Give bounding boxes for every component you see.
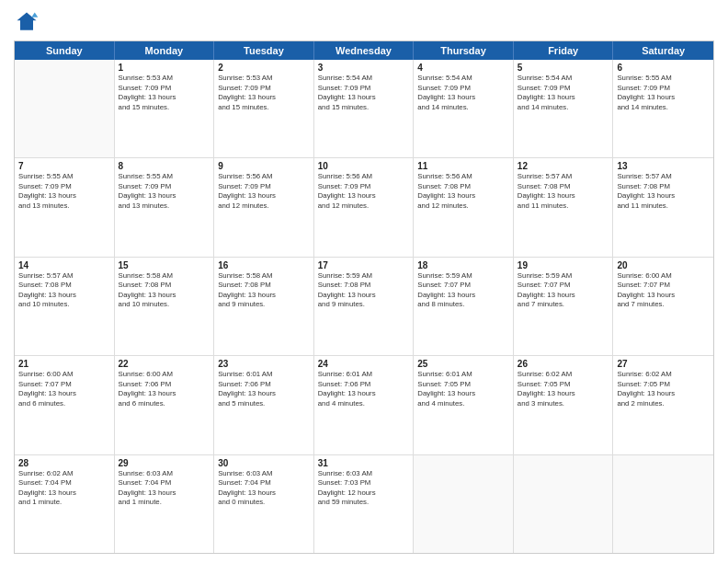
header-day-friday: Friday bbox=[514, 41, 614, 60]
day-info: Sunrise: 6:02 AM Sunset: 7:05 PM Dayligh… bbox=[518, 370, 609, 408]
day-cell-2: 2Sunrise: 5:53 AM Sunset: 7:09 PM Daylig… bbox=[214, 60, 314, 157]
day-info: Sunrise: 6:00 AM Sunset: 7:07 PM Dayligh… bbox=[18, 370, 110, 408]
day-number: 26 bbox=[518, 359, 609, 369]
day-info: Sunrise: 6:03 AM Sunset: 7:04 PM Dayligh… bbox=[218, 469, 310, 508]
day-number: 16 bbox=[218, 260, 310, 270]
day-cell-22: 22Sunrise: 6:00 AM Sunset: 7:06 PM Dayli… bbox=[115, 356, 215, 454]
day-info: Sunrise: 5:58 AM Sunset: 7:08 PM Dayligh… bbox=[218, 271, 310, 310]
day-info: Sunrise: 5:56 AM Sunset: 7:09 PM Dayligh… bbox=[318, 172, 410, 211]
day-info: Sunrise: 6:00 AM Sunset: 7:07 PM Dayligh… bbox=[617, 271, 710, 310]
day-info: Sunrise: 6:03 AM Sunset: 7:04 PM Dayligh… bbox=[119, 469, 210, 508]
day-info: Sunrise: 5:54 AM Sunset: 7:09 PM Dayligh… bbox=[318, 74, 410, 112]
day-info: Sunrise: 5:56 AM Sunset: 7:08 PM Dayligh… bbox=[417, 172, 509, 211]
calendar-header: SundayMondayTuesdayWednesdayThursdayFrid… bbox=[15, 41, 713, 60]
day-info: Sunrise: 5:59 AM Sunset: 7:07 PM Dayligh… bbox=[518, 271, 609, 310]
day-cell-21: 21Sunrise: 6:00 AM Sunset: 7:07 PM Dayli… bbox=[15, 356, 115, 454]
day-info: Sunrise: 5:59 AM Sunset: 7:08 PM Dayligh… bbox=[318, 271, 410, 310]
day-number: 3 bbox=[318, 63, 410, 73]
day-number: 27 bbox=[617, 359, 710, 369]
day-number: 17 bbox=[318, 260, 410, 270]
header-day-thursday: Thursday bbox=[414, 41, 514, 60]
day-info: Sunrise: 5:55 AM Sunset: 7:09 PM Dayligh… bbox=[119, 172, 210, 211]
empty-cell bbox=[613, 455, 713, 553]
calendar-row-4: 21Sunrise: 6:00 AM Sunset: 7:07 PM Dayli… bbox=[15, 356, 713, 454]
day-number: 29 bbox=[119, 458, 210, 468]
day-cell-17: 17Sunrise: 5:59 AM Sunset: 7:08 PM Dayli… bbox=[314, 258, 415, 355]
day-info: Sunrise: 6:03 AM Sunset: 7:03 PM Dayligh… bbox=[318, 469, 410, 508]
day-number: 25 bbox=[417, 359, 509, 369]
day-number: 24 bbox=[318, 359, 410, 369]
day-cell-14: 14Sunrise: 5:57 AM Sunset: 7:08 PM Dayli… bbox=[15, 258, 115, 355]
calendar: SundayMondayTuesdayWednesdayThursdayFrid… bbox=[14, 40, 714, 554]
day-cell-8: 8Sunrise: 5:55 AM Sunset: 7:09 PM Daylig… bbox=[115, 158, 215, 256]
day-cell-19: 19Sunrise: 5:59 AM Sunset: 7:07 PM Dayli… bbox=[514, 258, 614, 355]
day-cell-13: 13Sunrise: 5:57 AM Sunset: 7:08 PM Dayli… bbox=[613, 158, 713, 256]
day-cell-12: 12Sunrise: 5:57 AM Sunset: 7:08 PM Dayli… bbox=[514, 158, 614, 256]
day-number: 9 bbox=[218, 161, 310, 171]
day-cell-27: 27Sunrise: 6:02 AM Sunset: 7:05 PM Dayli… bbox=[613, 356, 713, 454]
day-number: 22 bbox=[119, 359, 210, 369]
day-cell-6: 6Sunrise: 5:55 AM Sunset: 7:09 PM Daylig… bbox=[613, 60, 713, 157]
svg-marker-1 bbox=[31, 13, 38, 17]
calendar-row-5: 28Sunrise: 6:02 AM Sunset: 7:04 PM Dayli… bbox=[15, 455, 713, 553]
day-info: Sunrise: 5:54 AM Sunset: 7:09 PM Dayligh… bbox=[518, 74, 609, 112]
empty-cell bbox=[414, 455, 514, 553]
header-day-sunday: Sunday bbox=[15, 41, 115, 60]
header-day-wednesday: Wednesday bbox=[314, 41, 415, 60]
day-number: 20 bbox=[617, 260, 710, 270]
day-number: 5 bbox=[518, 63, 609, 73]
logo-icon bbox=[14, 9, 40, 35]
day-number: 6 bbox=[617, 63, 710, 73]
day-cell-23: 23Sunrise: 6:01 AM Sunset: 7:06 PM Dayli… bbox=[214, 356, 314, 454]
day-info: Sunrise: 5:53 AM Sunset: 7:09 PM Dayligh… bbox=[218, 74, 310, 112]
day-info: Sunrise: 6:01 AM Sunset: 7:05 PM Dayligh… bbox=[417, 370, 509, 408]
logo bbox=[14, 9, 43, 35]
day-number: 1 bbox=[119, 63, 210, 73]
day-number: 7 bbox=[18, 161, 110, 171]
day-info: Sunrise: 5:53 AM Sunset: 7:09 PM Dayligh… bbox=[119, 74, 210, 112]
day-number: 18 bbox=[417, 260, 509, 270]
day-number: 8 bbox=[119, 161, 210, 171]
day-info: Sunrise: 6:02 AM Sunset: 7:04 PM Dayligh… bbox=[18, 469, 110, 508]
day-number: 11 bbox=[417, 161, 509, 171]
day-cell-7: 7Sunrise: 5:55 AM Sunset: 7:09 PM Daylig… bbox=[15, 158, 115, 256]
header-day-tuesday: Tuesday bbox=[214, 41, 314, 60]
day-info: Sunrise: 5:55 AM Sunset: 7:09 PM Dayligh… bbox=[617, 74, 710, 112]
page: SundayMondayTuesdayWednesdayThursdayFrid… bbox=[0, 0, 728, 563]
day-cell-24: 24Sunrise: 6:01 AM Sunset: 7:06 PM Dayli… bbox=[314, 356, 415, 454]
day-number: 23 bbox=[218, 359, 310, 369]
day-number: 30 bbox=[218, 458, 310, 468]
day-info: Sunrise: 5:55 AM Sunset: 7:09 PM Dayligh… bbox=[18, 172, 110, 211]
day-info: Sunrise: 5:57 AM Sunset: 7:08 PM Dayligh… bbox=[518, 172, 609, 211]
day-cell-30: 30Sunrise: 6:03 AM Sunset: 7:04 PM Dayli… bbox=[214, 455, 314, 553]
day-number: 13 bbox=[617, 161, 710, 171]
day-cell-11: 11Sunrise: 5:56 AM Sunset: 7:08 PM Dayli… bbox=[414, 158, 514, 256]
day-info: Sunrise: 5:58 AM Sunset: 7:08 PM Dayligh… bbox=[119, 271, 210, 310]
day-info: Sunrise: 6:00 AM Sunset: 7:06 PM Dayligh… bbox=[119, 370, 210, 408]
header bbox=[14, 9, 714, 35]
empty-cell bbox=[15, 60, 115, 157]
calendar-row-1: 1Sunrise: 5:53 AM Sunset: 7:09 PM Daylig… bbox=[15, 60, 713, 158]
day-number: 2 bbox=[218, 63, 310, 73]
day-cell-26: 26Sunrise: 6:02 AM Sunset: 7:05 PM Dayli… bbox=[514, 356, 614, 454]
calendar-row-3: 14Sunrise: 5:57 AM Sunset: 7:08 PM Dayli… bbox=[15, 258, 713, 356]
calendar-row-2: 7Sunrise: 5:55 AM Sunset: 7:09 PM Daylig… bbox=[15, 158, 713, 257]
day-cell-18: 18Sunrise: 5:59 AM Sunset: 7:07 PM Dayli… bbox=[414, 258, 514, 355]
day-info: Sunrise: 5:57 AM Sunset: 7:08 PM Dayligh… bbox=[617, 172, 710, 211]
day-cell-1: 1Sunrise: 5:53 AM Sunset: 7:09 PM Daylig… bbox=[115, 60, 215, 157]
day-cell-15: 15Sunrise: 5:58 AM Sunset: 7:08 PM Dayli… bbox=[115, 258, 215, 355]
day-number: 31 bbox=[318, 458, 410, 468]
day-number: 10 bbox=[318, 161, 410, 171]
day-cell-9: 9Sunrise: 5:56 AM Sunset: 7:09 PM Daylig… bbox=[214, 158, 314, 256]
day-info: Sunrise: 6:01 AM Sunset: 7:06 PM Dayligh… bbox=[318, 370, 410, 408]
day-info: Sunrise: 5:57 AM Sunset: 7:08 PM Dayligh… bbox=[18, 271, 110, 310]
day-info: Sunrise: 6:01 AM Sunset: 7:06 PM Dayligh… bbox=[218, 370, 310, 408]
header-day-monday: Monday bbox=[115, 41, 215, 60]
day-cell-16: 16Sunrise: 5:58 AM Sunset: 7:08 PM Dayli… bbox=[214, 258, 314, 355]
day-number: 14 bbox=[18, 260, 110, 270]
day-cell-25: 25Sunrise: 6:01 AM Sunset: 7:05 PM Dayli… bbox=[414, 356, 514, 454]
day-cell-5: 5Sunrise: 5:54 AM Sunset: 7:09 PM Daylig… bbox=[514, 60, 614, 157]
day-cell-10: 10Sunrise: 5:56 AM Sunset: 7:09 PM Dayli… bbox=[314, 158, 415, 256]
day-cell-3: 3Sunrise: 5:54 AM Sunset: 7:09 PM Daylig… bbox=[314, 60, 415, 157]
day-cell-4: 4Sunrise: 5:54 AM Sunset: 7:09 PM Daylig… bbox=[414, 60, 514, 157]
